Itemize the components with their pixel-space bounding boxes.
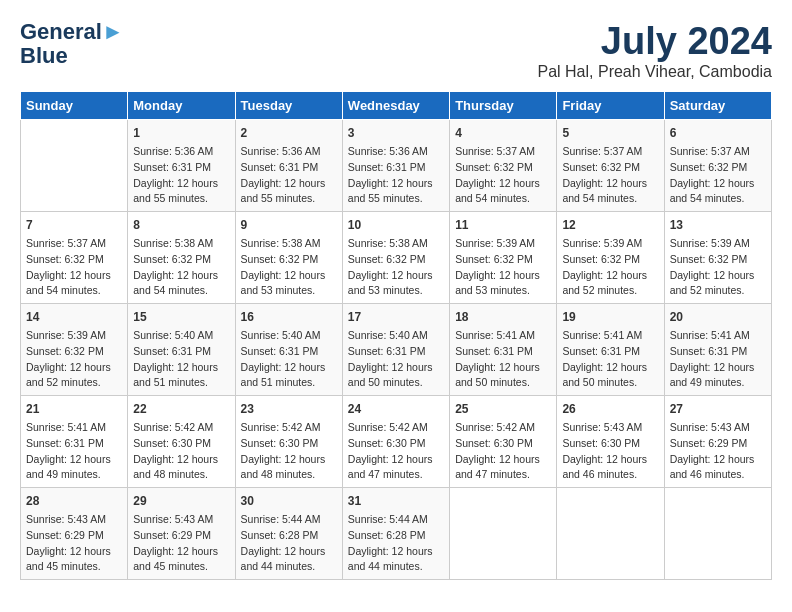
cell-text: Sunset: 6:32 PM — [670, 160, 766, 176]
day-number: 18 — [455, 308, 551, 326]
calendar-cell — [450, 488, 557, 580]
cell-text: Sunset: 6:31 PM — [348, 160, 444, 176]
cell-text: and 52 minutes. — [670, 283, 766, 299]
cell-text: Sunrise: 5:40 AM — [241, 328, 337, 344]
calendar-cell: 29Sunrise: 5:43 AMSunset: 6:29 PMDayligh… — [128, 488, 235, 580]
calendar-cell: 3Sunrise: 5:36 AMSunset: 6:31 PMDaylight… — [342, 120, 449, 212]
cell-text: Daylight: 12 hours — [133, 176, 229, 192]
day-number: 25 — [455, 400, 551, 418]
cell-text: and 51 minutes. — [241, 375, 337, 391]
cell-text: Sunrise: 5:38 AM — [133, 236, 229, 252]
cell-text: and 51 minutes. — [133, 375, 229, 391]
cell-text: Daylight: 12 hours — [562, 176, 658, 192]
cell-text: Daylight: 12 hours — [670, 452, 766, 468]
cell-text: Sunset: 6:32 PM — [26, 252, 122, 268]
cell-text: Sunrise: 5:38 AM — [241, 236, 337, 252]
day-number: 22 — [133, 400, 229, 418]
cell-text: Sunrise: 5:37 AM — [562, 144, 658, 160]
cell-text: and 44 minutes. — [241, 559, 337, 575]
cell-text: Sunset: 6:28 PM — [241, 528, 337, 544]
cell-text: Sunset: 6:30 PM — [241, 436, 337, 452]
calendar-cell: 7Sunrise: 5:37 AMSunset: 6:32 PMDaylight… — [21, 212, 128, 304]
day-number: 17 — [348, 308, 444, 326]
cell-text: and 47 minutes. — [455, 467, 551, 483]
cell-text: and 46 minutes. — [670, 467, 766, 483]
page-header: General►Blue July 2024 Pal Hal, Preah Vi… — [20, 20, 772, 81]
day-number: 7 — [26, 216, 122, 234]
cell-text: Sunset: 6:30 PM — [133, 436, 229, 452]
cell-text: Sunrise: 5:37 AM — [455, 144, 551, 160]
cell-text: Daylight: 12 hours — [562, 268, 658, 284]
calendar-cell: 25Sunrise: 5:42 AMSunset: 6:30 PMDayligh… — [450, 396, 557, 488]
cell-text: Sunrise: 5:38 AM — [348, 236, 444, 252]
cell-text: Daylight: 12 hours — [26, 268, 122, 284]
cell-text: Sunrise: 5:42 AM — [348, 420, 444, 436]
calendar-week-row: 28Sunrise: 5:43 AMSunset: 6:29 PMDayligh… — [21, 488, 772, 580]
calendar-week-row: 7Sunrise: 5:37 AMSunset: 6:32 PMDaylight… — [21, 212, 772, 304]
cell-text: and 55 minutes. — [348, 191, 444, 207]
cell-text: Sunset: 6:31 PM — [26, 436, 122, 452]
calendar-cell: 27Sunrise: 5:43 AMSunset: 6:29 PMDayligh… — [664, 396, 771, 488]
cell-text: Daylight: 12 hours — [348, 360, 444, 376]
cell-text: Daylight: 12 hours — [348, 268, 444, 284]
cell-text: Sunrise: 5:40 AM — [348, 328, 444, 344]
cell-text: Sunrise: 5:36 AM — [348, 144, 444, 160]
cell-text: Sunrise: 5:43 AM — [670, 420, 766, 436]
cell-text: Daylight: 12 hours — [241, 176, 337, 192]
cell-text: Sunset: 6:32 PM — [241, 252, 337, 268]
cell-text: Daylight: 12 hours — [26, 452, 122, 468]
day-number: 21 — [26, 400, 122, 418]
cell-text: Daylight: 12 hours — [241, 544, 337, 560]
month-title: July 2024 — [537, 20, 772, 63]
day-number: 4 — [455, 124, 551, 142]
cell-text: Daylight: 12 hours — [241, 360, 337, 376]
weekday-header: Thursday — [450, 92, 557, 120]
cell-text: Sunset: 6:32 PM — [670, 252, 766, 268]
cell-text: and 54 minutes. — [455, 191, 551, 207]
day-number: 23 — [241, 400, 337, 418]
cell-text: and 55 minutes. — [133, 191, 229, 207]
cell-text: Sunset: 6:32 PM — [455, 160, 551, 176]
cell-text: Sunset: 6:29 PM — [670, 436, 766, 452]
calendar-cell — [21, 120, 128, 212]
cell-text: Sunset: 6:30 PM — [455, 436, 551, 452]
weekday-header: Tuesday — [235, 92, 342, 120]
cell-text: Sunrise: 5:43 AM — [133, 512, 229, 528]
day-number: 11 — [455, 216, 551, 234]
cell-text: Sunrise: 5:36 AM — [241, 144, 337, 160]
day-number: 5 — [562, 124, 658, 142]
cell-text: and 52 minutes. — [26, 375, 122, 391]
cell-text: Sunset: 6:31 PM — [133, 160, 229, 176]
cell-text: Daylight: 12 hours — [455, 268, 551, 284]
header-row: SundayMondayTuesdayWednesdayThursdayFrid… — [21, 92, 772, 120]
location-subtitle: Pal Hal, Preah Vihear, Cambodia — [537, 63, 772, 81]
weekday-header: Friday — [557, 92, 664, 120]
title-area: July 2024 Pal Hal, Preah Vihear, Cambodi… — [537, 20, 772, 81]
cell-text: and 44 minutes. — [348, 559, 444, 575]
cell-text: Daylight: 12 hours — [348, 544, 444, 560]
cell-text: Sunset: 6:32 PM — [133, 252, 229, 268]
calendar-cell: 10Sunrise: 5:38 AMSunset: 6:32 PMDayligh… — [342, 212, 449, 304]
cell-text: Daylight: 12 hours — [133, 544, 229, 560]
calendar-cell: 21Sunrise: 5:41 AMSunset: 6:31 PMDayligh… — [21, 396, 128, 488]
day-number: 10 — [348, 216, 444, 234]
cell-text: and 55 minutes. — [241, 191, 337, 207]
cell-text: Sunrise: 5:41 AM — [562, 328, 658, 344]
day-number: 30 — [241, 492, 337, 510]
calendar-cell: 26Sunrise: 5:43 AMSunset: 6:30 PMDayligh… — [557, 396, 664, 488]
logo: General►Blue — [20, 20, 124, 68]
calendar-cell — [557, 488, 664, 580]
cell-text: Sunset: 6:28 PM — [348, 528, 444, 544]
day-number: 2 — [241, 124, 337, 142]
calendar-cell — [664, 488, 771, 580]
cell-text: and 54 minutes. — [670, 191, 766, 207]
cell-text: Sunset: 6:31 PM — [670, 344, 766, 360]
calendar-cell: 18Sunrise: 5:41 AMSunset: 6:31 PMDayligh… — [450, 304, 557, 396]
cell-text: and 50 minutes. — [348, 375, 444, 391]
calendar-cell: 11Sunrise: 5:39 AMSunset: 6:32 PMDayligh… — [450, 212, 557, 304]
cell-text: Daylight: 12 hours — [562, 452, 658, 468]
day-number: 20 — [670, 308, 766, 326]
calendar-cell: 12Sunrise: 5:39 AMSunset: 6:32 PMDayligh… — [557, 212, 664, 304]
calendar-cell: 19Sunrise: 5:41 AMSunset: 6:31 PMDayligh… — [557, 304, 664, 396]
cell-text: Sunrise: 5:37 AM — [670, 144, 766, 160]
